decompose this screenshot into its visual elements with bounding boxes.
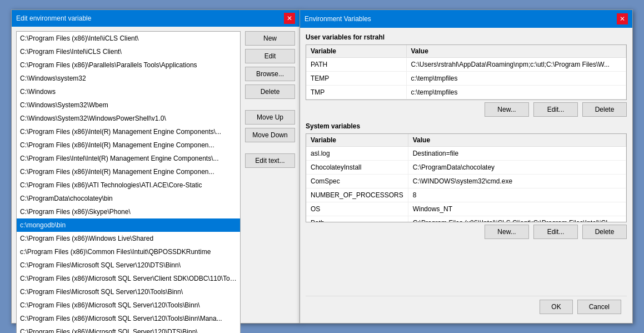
delete-button[interactable]: Delete	[245, 85, 295, 99]
list-item[interactable]: C:\Program Files (x86)\Microsoft SQL Ser…	[17, 272, 240, 285]
system-new-button[interactable]: New...	[485, 225, 529, 239]
list-item[interactable]: C:\Program Files (x86)\Microsoft SQL Ser…	[17, 312, 240, 325]
list-item[interactable]: C:\Windows	[17, 85, 240, 98]
system-vars-header-row: Variable Value	[306, 134, 626, 147]
env-ok-button[interactable]: OK	[540, 300, 572, 314]
edit-text-button[interactable]: Edit text...	[245, 153, 295, 168]
table-row[interactable]: PathC:\Program Files (x86)\Intel\iCLS Cl…	[306, 216, 626, 223]
user-new-button[interactable]: New...	[485, 102, 529, 117]
list-item[interactable]: C:\Program Files (x86)\Intel(R) Manageme…	[17, 138, 240, 152]
list-item[interactable]: C:\Program Files\Intel\iCLS Client\	[17, 45, 240, 58]
path-listbox[interactable]: C:\Program Files (x86)\Intel\iCLS Client…	[16, 31, 241, 333]
system-vars-table: Variable Value asl.logDestination=fileCh…	[306, 134, 626, 222]
system-vars-col-variable: Variable	[306, 134, 408, 147]
value-cell: 8	[408, 188, 626, 202]
table-row[interactable]: PATHC:\Users\rstrahl\AppData\Roaming\npm…	[306, 58, 626, 72]
table-row[interactable]: TMPc:\temp\tmpfiles	[306, 86, 626, 100]
value-cell: C:\Users\rstrahl\AppData\Roaming\npm;c:\…	[406, 58, 626, 72]
edit-env-content: C:\Program Files (x86)\Intel\iCLS Client…	[12, 27, 299, 323]
table-row[interactable]: ChocolateyInstallC:\ProgramData\chocolat…	[306, 161, 626, 175]
variable-cell: ChocolateyInstall	[306, 161, 408, 175]
move-up-button[interactable]: Move Up	[245, 110, 295, 125]
table-row[interactable]: NUMBER_OF_PROCESSORS8	[306, 188, 626, 202]
list-item[interactable]: C:\ProgramData\chocolatey\bin	[17, 192, 240, 205]
user-vars-table-wrapper: Variable Value PATHC:\Users\rstrahl\AppD…	[306, 44, 627, 100]
env-vars-close-button[interactable]: ✕	[617, 13, 628, 24]
variable-cell: ComSpec	[306, 175, 408, 188]
list-item[interactable]: c:\Program Files (x86)\Common Files\Intu…	[17, 245, 240, 259]
value-cell: C:\WINDOWS\system32\cmd.exe	[408, 175, 626, 188]
edit-env-buttons: New Edit Browse... Delete Move Up Move D…	[245, 31, 295, 333]
variable-cell: TMP	[306, 86, 406, 100]
env-cancel-button[interactable]: Cancel	[577, 300, 621, 314]
user-edit-button[interactable]: Edit...	[533, 102, 578, 117]
edit-button[interactable]: Edit	[245, 49, 295, 63]
user-vars-buttons: New... Edit... Delete	[306, 102, 627, 117]
system-vars-col-value: Value	[408, 134, 626, 147]
user-vars-table: Variable Value PATHC:\Users\rstrahl\AppD…	[306, 45, 626, 100]
list-item[interactable]: C:\Program Files (x86)\Microsoft SQL Ser…	[17, 325, 240, 333]
system-vars-section: System variables Variable Value asl.logD…	[306, 122, 627, 290]
system-vars-table-wrapper[interactable]: Variable Value asl.logDestination=fileCh…	[306, 133, 627, 222]
system-vars-buttons: New... Edit... Delete	[306, 225, 627, 239]
edit-env-close-button[interactable]: ✕	[284, 13, 295, 24]
edit-env-title: Edit environment variable	[16, 14, 91, 22]
list-item[interactable]: C:\Program Files (x86)\Microsoft SQL Ser…	[17, 299, 240, 312]
value-cell: C:\ProgramData\chocolatey	[408, 161, 626, 175]
table-row[interactable]: TEMPc:\temp\tmpfiles	[306, 72, 626, 86]
table-row[interactable]: OSWindows_NT	[306, 202, 626, 216]
list-item[interactable]: C:\Program Files\Microsoft SQL Server\12…	[17, 259, 240, 272]
new-button[interactable]: New	[245, 31, 295, 46]
list-item[interactable]: C:\Program Files (x86)\Intel(R) Manageme…	[17, 125, 240, 138]
user-delete-button[interactable]: Delete	[582, 102, 627, 117]
list-item[interactable]: C:\Program Files\Intel\Intel(R) Manageme…	[17, 152, 240, 165]
list-item[interactable]: C:\Program Files (x86)\ATI Technologies\…	[17, 178, 240, 192]
system-delete-button[interactable]: Delete	[582, 225, 627, 239]
variable-cell: TEMP	[306, 72, 406, 86]
browse-button[interactable]: Browse...	[245, 67, 295, 81]
list-item[interactable]: C:\Windows\System32\WindowsPowerShell\v1…	[17, 112, 240, 125]
value-cell: C:\Program Files (x86)\Intel\iCLS Client…	[408, 216, 626, 223]
env-vars-dialog: Environment Variables ✕ User variables f…	[299, 9, 633, 324]
env-vars-title: Environment Variables	[304, 15, 371, 23]
list-item[interactable]: C:\Program Files (x86)\Skype\Phone\	[17, 205, 240, 218]
user-vars-col-variable: Variable	[306, 45, 406, 58]
list-item[interactable]: C:\Program Files\Microsoft SQL Server\12…	[17, 285, 240, 299]
list-item[interactable]: C:\Program Files (x86)\Windows Live\Shar…	[17, 232, 240, 245]
env-vars-content: User variables for rstrahl Variable Valu…	[300, 28, 632, 323]
list-item[interactable]: C:\Windows\system32	[17, 72, 240, 85]
variable-cell: OS	[306, 202, 408, 216]
value-cell: Windows_NT	[408, 202, 626, 216]
table-row[interactable]: asl.logDestination=file	[306, 147, 626, 161]
variable-cell: PATH	[306, 58, 406, 72]
value-cell: Destination=file	[408, 147, 626, 161]
value-cell: c:\temp\tmpfiles	[406, 72, 626, 86]
system-vars-label: System variables	[306, 122, 627, 130]
system-edit-button[interactable]: Edit...	[533, 225, 578, 239]
variable-cell: NUMBER_OF_PROCESSORS	[306, 188, 408, 202]
list-item[interactable]: C:\Program Files (x86)\Intel\iCLS Client…	[17, 32, 240, 45]
user-vars-header-row: Variable Value	[306, 45, 626, 58]
table-row[interactable]: ComSpecC:\WINDOWS\system32\cmd.exe	[306, 175, 626, 188]
user-vars-col-value: Value	[406, 45, 626, 58]
variable-cell: asl.log	[306, 147, 408, 161]
user-vars-section: User variables for rstrahl Variable Valu…	[306, 33, 627, 117]
move-down-button[interactable]: Move Down	[245, 128, 295, 142]
env-vars-titlebar: Environment Variables ✕	[300, 10, 632, 28]
list-item[interactable]: c:\mongodb\bin	[17, 218, 240, 232]
list-item[interactable]: C:\Program Files (x86)\Parallels\Paralle…	[17, 58, 240, 72]
env-vars-footer: OK Cancel	[306, 296, 627, 317]
edit-env-main: C:\Program Files (x86)\Intel\iCLS Client…	[16, 31, 295, 333]
value-cell: c:\temp\tmpfiles	[406, 86, 626, 100]
list-item[interactable]: C:\Windows\System32\Wbem	[17, 98, 240, 112]
list-item[interactable]: C:\Program Files (x86)\Intel(R) Manageme…	[17, 165, 240, 178]
variable-cell: Path	[306, 216, 408, 223]
user-vars-label: User variables for rstrahl	[306, 33, 627, 41]
edit-env-dialog: Edit environment variable ✕ C:\Program F…	[11, 9, 300, 324]
edit-env-titlebar: Edit environment variable ✕	[12, 10, 299, 27]
